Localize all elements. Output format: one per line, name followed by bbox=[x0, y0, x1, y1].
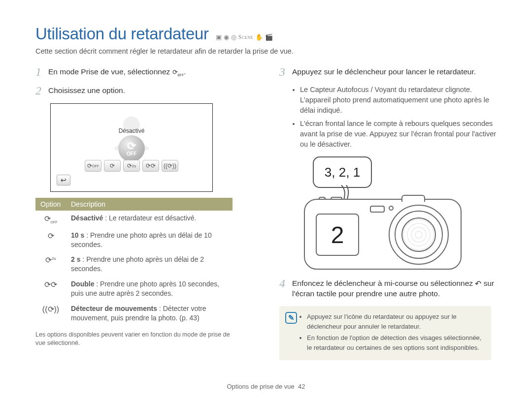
note-box: ✎ Appuyez sur l'icône du retardateur ou … bbox=[279, 306, 491, 360]
step-num: 2 bbox=[35, 85, 43, 96]
back-button[interactable]: ↩ bbox=[57, 175, 70, 185]
table-row: ⟳⟳ Double : Prendre une photo après 10 s… bbox=[35, 277, 233, 301]
note-bullet: En fonction de l'option de détection des… bbox=[307, 333, 483, 352]
left-column: 1 En mode Prise de vue, sélectionnez ⟳OF… bbox=[35, 66, 253, 360]
step-num: 4 bbox=[279, 278, 287, 299]
timer-off-large-icon: ⟳OFF bbox=[118, 135, 145, 162]
bullet: L'écran frontal lance le compte à rebour… bbox=[300, 119, 497, 150]
row-desc: 10 s : Prendre une photo après un délai … bbox=[66, 228, 233, 252]
step-2: 2 Choisissez une option. bbox=[35, 85, 253, 96]
step-num: 3 bbox=[279, 66, 287, 78]
af-led-outline bbox=[389, 206, 394, 211]
timer-option-off[interactable]: ⟳OFF bbox=[85, 160, 101, 172]
title-row: Utilisation du retardateur ▣ ◉ ◎ Scene ✋… bbox=[35, 25, 497, 43]
timer-option-2s[interactable]: ⟳2s bbox=[123, 160, 140, 172]
camera-auto-icon: ◉ bbox=[224, 33, 229, 41]
table-header-row: Option Description bbox=[35, 198, 233, 211]
step-text: En mode Prise de vue, sélectionnez ⟳OFF. bbox=[48, 66, 186, 78]
step-3: 3 Appuyez sur le déclencheur pour lancer… bbox=[279, 66, 497, 78]
step-1: 1 En mode Prise de vue, sélectionnez ⟳OF… bbox=[35, 66, 253, 78]
manual-page: Utilisation du retardateur ▣ ◉ ◎ Scene ✋… bbox=[0, 0, 532, 401]
row-desc: 2 s : Prendre une photo après un délai d… bbox=[66, 252, 233, 277]
front-lcd: 2 bbox=[316, 214, 359, 256]
options-footnote: Les options disponibles peuvent varier e… bbox=[35, 331, 233, 347]
camera-countdown-figure: 3, 2, 1 2 bbox=[294, 156, 471, 270]
note-icon: ✎ bbox=[285, 312, 297, 324]
row-icon-double: ⟳⟳ bbox=[35, 277, 66, 301]
th-option: Option bbox=[35, 198, 66, 211]
timer-option-row: ⟳OFF ⟳ ⟳2s ⟳⟳ ((⟳)) bbox=[85, 160, 178, 172]
row-icon-2s: ⟳2s bbox=[35, 252, 66, 277]
row-icon-motion: ((⟳)) bbox=[35, 301, 66, 326]
intro-text: Cette section décrit comment régler le r… bbox=[35, 47, 497, 55]
camera-led-1 bbox=[319, 197, 326, 200]
page-footer: Options de prise de vue 42 bbox=[0, 383, 532, 390]
note-bullet: Appuyez sur l'icône du retardateur ou ap… bbox=[307, 312, 483, 331]
step-text: Appuyez sur le déclencheur pour lancer l… bbox=[292, 66, 476, 78]
columns: 1 En mode Prise de vue, sélectionnez ⟳OF… bbox=[35, 66, 497, 360]
camera-screen-capture: Désactivé ⟳OFF ⟳OFF ⟳ ⟳2s ⟳⟳ ((⟳)) ↩ bbox=[50, 103, 213, 192]
movie-icon: 🎬 bbox=[265, 33, 273, 41]
page-title: Utilisation du retardateur bbox=[35, 25, 209, 43]
step3-bullets: Le Capteur Autofocus / Voyant du retarda… bbox=[294, 85, 497, 150]
timer-option-motion[interactable]: ((⟳)) bbox=[162, 160, 178, 172]
step-num: 1 bbox=[35, 66, 43, 78]
th-description: Description bbox=[66, 198, 233, 211]
undo-icon: ↶ bbox=[475, 279, 481, 289]
timer-option-10s[interactable]: ⟳ bbox=[104, 160, 121, 172]
row-desc: Désactivé : Le retardateur est désactivé… bbox=[66, 211, 233, 228]
timer-option-double[interactable]: ⟳⟳ bbox=[142, 160, 159, 172]
camera-body-outline: 2 bbox=[304, 199, 462, 270]
step-text: Enfoncez le déclencheur à mi-course ou s… bbox=[292, 278, 497, 299]
camera-led-2 bbox=[331, 197, 342, 200]
speech-bubble: 3, 2, 1 bbox=[313, 156, 372, 188]
options-table: Option Description ⟳OFF Désactivé : Le r… bbox=[35, 198, 233, 326]
dual-icon: ✋ bbox=[255, 33, 263, 41]
shutter-button-outline bbox=[401, 195, 425, 202]
table-row: ⟳ 10 s : Prendre une photo après un déla… bbox=[35, 228, 233, 252]
bullet: Le Capteur Autofocus / Voyant du retarda… bbox=[300, 85, 497, 116]
lens-ring-inner bbox=[401, 217, 436, 252]
row-desc: Double : Prendre une photo après 10 seco… bbox=[66, 277, 233, 301]
row-icon-off: ⟳OFF bbox=[35, 211, 66, 228]
table-row: ((⟳)) Détecteur de mouvements : Détecter… bbox=[35, 301, 233, 326]
right-column: 3 Appuyez sur le déclencheur pour lancer… bbox=[279, 66, 497, 360]
table-row: ⟳2s 2 s : Prendre une photo après un dél… bbox=[35, 252, 233, 277]
step-4: 4 Enfoncez le déclencheur à mi-course ou… bbox=[279, 278, 497, 299]
timer-selected-label: Désactivé bbox=[119, 127, 145, 134]
step-text: Choisissez une option. bbox=[48, 85, 125, 96]
mode-icons: ▣ ◉ ◎ Scene ✋ 🎬 bbox=[216, 33, 273, 41]
row-desc: Détecteur de mouvements : Détecter votre… bbox=[66, 301, 233, 326]
timer-off-icon: ⟳OFF bbox=[172, 68, 184, 76]
camera-smart-icon: ▣ bbox=[216, 33, 222, 41]
camera-program-icon: ◎ bbox=[231, 33, 236, 41]
row-icon-10s: ⟳ bbox=[35, 228, 66, 252]
table-row: ⟳OFF Désactivé : Le retardateur est désa… bbox=[35, 211, 233, 228]
flash-outline bbox=[370, 206, 385, 213]
scene-icon: Scene bbox=[238, 33, 253, 41]
